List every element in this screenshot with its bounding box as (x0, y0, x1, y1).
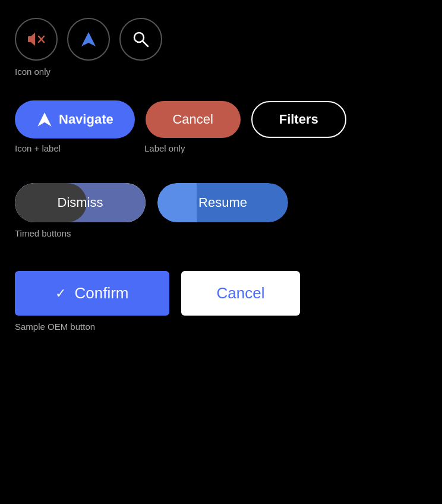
oem-buttons-row: ✓ Confirm Cancel (15, 271, 427, 316)
label-only-sublabel: Label only (144, 143, 239, 153)
svg-line-4 (143, 41, 148, 46)
cancel-red-button-label: Cancel (172, 112, 213, 127)
filters-button-label: Filters (279, 112, 318, 127)
cancel-red-button[interactable]: Cancel (146, 101, 241, 138)
cancel-white-button-label: Cancel (217, 284, 265, 303)
confirm-button-label: Confirm (74, 284, 128, 303)
timed-buttons-label: Timed buttons (15, 228, 427, 238)
dismiss-button[interactable]: Dismiss (15, 183, 146, 222)
svg-marker-5 (37, 112, 51, 126)
icon-only-section (15, 18, 427, 61)
navigate-circle-button[interactable] (67, 18, 110, 61)
icon-plus-label-sublabel: Icon + label (15, 143, 134, 153)
icon-only-label: Icon only (15, 67, 427, 77)
svg-marker-2 (81, 32, 96, 46)
navigate-button-icon (36, 111, 53, 128)
labeled-buttons-section: Navigate Cancel Filters Icon + label Lab… (15, 100, 427, 153)
search-circle-button[interactable] (119, 18, 162, 61)
timed-buttons-section: Dismiss Resume Timed buttons (15, 183, 427, 238)
resume-button-label: Resume (198, 195, 247, 210)
navigate-button-label: Navigate (59, 112, 113, 127)
cancel-white-button[interactable]: Cancel (181, 271, 300, 316)
oem-section: ✓ Confirm Cancel Sample OEM button (15, 271, 427, 332)
timed-buttons-row: Dismiss Resume (15, 183, 427, 222)
filters-button[interactable]: Filters (251, 101, 346, 138)
resume-button[interactable]: Resume (157, 183, 288, 222)
checkmark-icon: ✓ (55, 286, 66, 301)
navigate-button[interactable]: Navigate (15, 100, 135, 138)
sub-labels-row: Icon + label Label only (15, 143, 427, 153)
oem-label: Sample OEM button (15, 322, 427, 332)
mute-button[interactable] (15, 18, 58, 61)
dismiss-button-label: Dismiss (58, 195, 103, 210)
confirm-button[interactable]: ✓ Confirm (15, 271, 169, 316)
buttons-row: Navigate Cancel Filters (15, 100, 427, 138)
resume-overlay (157, 183, 197, 222)
